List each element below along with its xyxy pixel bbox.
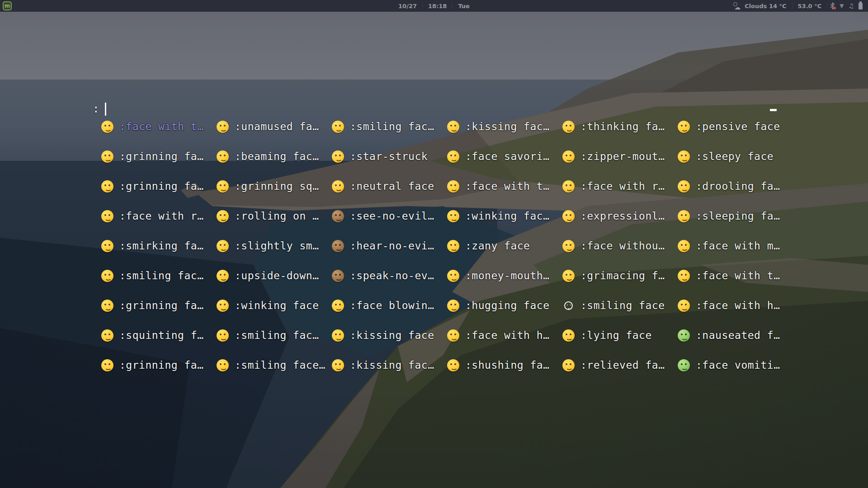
emoji-icon <box>217 240 229 252</box>
temperature-applet[interactable]: 53.0 °C <box>793 0 827 12</box>
emoji-label: :face with t… <box>696 270 780 282</box>
emoji-label: :speak-no-ev… <box>350 270 434 282</box>
emoji-icon <box>217 150 229 163</box>
emoji-item[interactable]: :upside-down… <box>208 261 324 291</box>
emoji-label: :face vomiti… <box>696 359 780 371</box>
emoji-label: :sleepy face <box>696 150 774 162</box>
emoji-item[interactable]: :smiling face <box>554 291 670 320</box>
emoji-grid: :face with t… :unamused fa… :smiling fac… <box>93 112 785 380</box>
emoji-icon <box>332 240 344 252</box>
emoji-item[interactable]: :lying face <box>554 320 670 350</box>
weather-applet[interactable]: ☁ Clouds 14 °C <box>727 0 792 12</box>
emoji-item[interactable]: :kissing fac… <box>324 350 439 380</box>
panel-time[interactable]: 18:18 <box>423 0 452 12</box>
panel-day[interactable]: Tue <box>453 0 475 12</box>
emoji-label: :smiling face <box>580 300 665 311</box>
panel-date[interactable]: 10/27 <box>393 0 422 12</box>
clock-applet[interactable]: 10/27 18:18 Tue <box>393 0 475 12</box>
emoji-label: :squinting f… <box>119 329 204 341</box>
emoji-item[interactable]: :face with r… <box>554 171 670 201</box>
emoji-label: :face with t… <box>465 180 550 192</box>
emoji-icon <box>562 210 575 222</box>
emoji-item[interactable]: :sleeping fa… <box>670 201 785 231</box>
emoji-item[interactable]: :see-no-evil… <box>324 201 439 231</box>
emoji-item[interactable]: :face with h… <box>670 291 785 320</box>
emoji-icon <box>332 121 344 133</box>
emoji-item[interactable]: :face withou… <box>554 231 670 261</box>
emoji-item[interactable]: :thinking fa… <box>554 112 670 141</box>
emoji-item[interactable]: :smirking fa… <box>93 231 208 261</box>
emoji-item[interactable]: :unamused fa… <box>208 112 324 141</box>
rofimoji-window: : :face with t… :unamused fa… :smiling f… <box>0 12 868 488</box>
bluetooth-off-dot <box>833 7 836 9</box>
emoji-item[interactable]: :face blowin… <box>324 291 439 320</box>
emoji-item[interactable]: :zipper-mout… <box>554 141 670 171</box>
emoji-item[interactable]: :face savori… <box>439 141 554 171</box>
emoji-item[interactable]: :face with m… <box>670 231 785 261</box>
emoji-icon <box>678 270 690 282</box>
emoji-item[interactable]: :rolling on … <box>208 201 324 231</box>
emoji-label: :money-mouth… <box>465 270 550 282</box>
emoji-label: :kissing face <box>350 329 434 341</box>
emoji-icon <box>332 210 344 222</box>
emoji-item[interactable]: :kissing fac… <box>439 112 554 141</box>
emoji-item[interactable]: :pensive face <box>670 112 785 141</box>
emoji-item[interactable]: :money-mouth… <box>439 261 554 291</box>
emoji-icon <box>101 329 113 342</box>
emoji-item[interactable]: :neutral face <box>324 171 439 201</box>
emoji-item[interactable]: :hear-no-evi… <box>324 231 439 261</box>
emoji-item[interactable]: :zany face <box>439 231 554 261</box>
emoji-item[interactable]: :kissing face <box>324 320 439 350</box>
music-note-icon[interactable]: ♫ <box>848 3 854 9</box>
emoji-item[interactable]: :hugging face <box>439 291 554 320</box>
emoji-item[interactable]: :sleepy face <box>670 141 785 171</box>
emoji-item[interactable]: :winking face <box>208 291 324 320</box>
emoji-icon <box>678 240 690 252</box>
battery-icon[interactable] <box>859 3 863 9</box>
emoji-item[interactable]: :nauseated f… <box>670 320 785 350</box>
emoji-item[interactable]: :grinning fa… <box>93 350 208 380</box>
emoji-label: :sleeping fa… <box>696 210 780 222</box>
emoji-label: :lying face <box>580 329 652 341</box>
bluetooth-icon[interactable] <box>830 2 835 9</box>
emoji-item[interactable]: :smiling fac… <box>324 112 439 141</box>
emoji-icon <box>447 150 459 163</box>
emoji-item[interactable]: :winking fac… <box>439 201 554 231</box>
emoji-item[interactable]: :grinning sq… <box>208 171 324 201</box>
emoji-label: :beaming fac… <box>235 150 319 162</box>
emoji-item[interactable]: :grinning fa… <box>93 171 208 201</box>
emoji-item[interactable]: :face with h… <box>439 320 554 350</box>
emoji-item[interactable]: :expressionl… <box>554 201 670 231</box>
caret-down-icon[interactable]: ▼ <box>840 3 844 9</box>
emoji-item[interactable]: :beaming fac… <box>208 141 324 171</box>
emoji-item[interactable]: :grinning fa… <box>93 291 208 320</box>
emoji-item[interactable]: :squinting f… <box>93 320 208 350</box>
emoji-item[interactable]: :smiling fac… <box>208 320 324 350</box>
emoji-item[interactable]: :face with t… <box>670 261 785 291</box>
emoji-label: :face with r… <box>119 210 204 222</box>
emoji-item[interactable]: :slightly sm… <box>208 231 324 261</box>
emoji-item[interactable]: :shushing fa… <box>439 350 554 380</box>
emoji-item[interactable]: :star-struck <box>324 141 439 171</box>
menu-button-mint-logo[interactable]: m <box>3 1 12 10</box>
emoji-item[interactable]: :smiling fac… <box>93 261 208 291</box>
scrollbar-handle[interactable] <box>770 109 777 111</box>
emoji-item[interactable]: :grimacing f… <box>554 261 670 291</box>
emoji-label: :slightly sm… <box>235 240 319 252</box>
emoji-item[interactable]: :smiling face… <box>208 350 324 380</box>
emoji-item[interactable]: :face with t… <box>93 112 208 141</box>
emoji-item[interactable]: :grinning fa… <box>93 141 208 171</box>
emoji-icon <box>447 210 459 222</box>
emoji-icon <box>217 270 229 282</box>
emoji-item[interactable]: :face with t… <box>439 171 554 201</box>
emoji-icon <box>678 121 690 133</box>
emoji-icon <box>101 359 113 371</box>
emoji-label: :zipper-mout… <box>580 150 665 162</box>
emoji-item[interactable]: :drooling fa… <box>670 171 785 201</box>
emoji-item[interactable]: :face vomiti… <box>670 350 785 380</box>
emoji-icon <box>562 359 575 371</box>
emoji-item[interactable]: :face with r… <box>93 201 208 231</box>
emoji-item[interactable]: :relieved fa… <box>554 350 670 380</box>
emoji-item[interactable]: :speak-no-ev… <box>324 261 439 291</box>
emoji-icon <box>678 329 690 342</box>
